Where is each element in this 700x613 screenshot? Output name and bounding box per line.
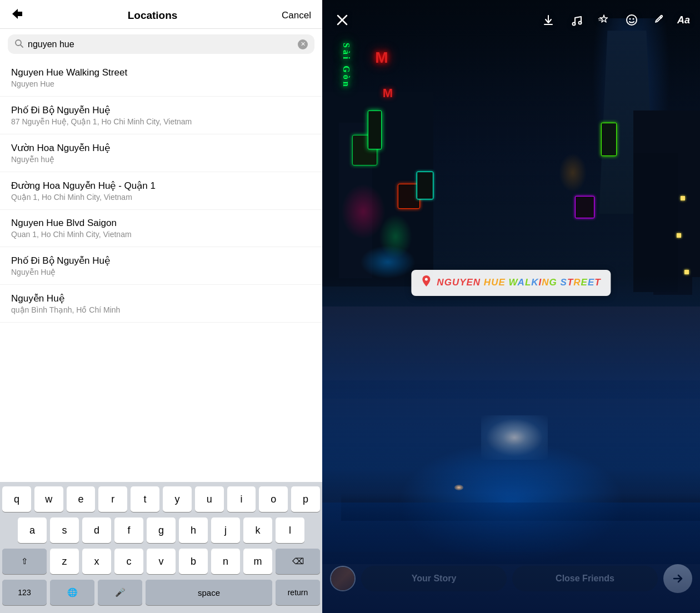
key-shift[interactable]: ⇧: [2, 549, 47, 574]
result-sub: Quan 1, Ho Chi Minh City, Vietnam: [11, 230, 311, 239]
key-m[interactable]: m: [243, 549, 272, 574]
keyboard-row-2: a s d f g h j k l: [2, 517, 320, 543]
result-name: Nguyen Hue Walking Street: [11, 67, 311, 78]
top-bar: Locations Cancel: [0, 0, 322, 29]
svg-point-6: [572, 23, 575, 26]
key-l[interactable]: l: [276, 517, 304, 543]
search-clear-button[interactable]: ✕: [298, 39, 308, 49]
keyboard-row-1: q w e r t y u i o p: [2, 486, 320, 512]
key-e[interactable]: e: [67, 486, 96, 512]
result-sub: Nguyễn Huệ: [11, 268, 311, 277]
close-button[interactable]: [332, 10, 352, 30]
key-return[interactable]: return: [276, 580, 320, 605]
result-name: Phố Đi Bộ Nguyễn Huệ: [11, 104, 311, 116]
sticker-text: NGUYEN HUE WALKING STREET: [437, 277, 601, 288]
key-r[interactable]: r: [98, 486, 127, 512]
key-microphone[interactable]: 🎤: [98, 580, 142, 605]
list-item[interactable]: Vườn Hoa Nguyễn Huệ Nguyễn huệ: [0, 134, 322, 172]
key-numbers[interactable]: 123: [2, 580, 47, 605]
key-f[interactable]: f: [114, 517, 143, 543]
story-background: Sài Gòn M M: [322, 0, 700, 613]
result-sub: Quận 1, Ho Chi Minh City, Vietnam: [11, 193, 311, 202]
key-o[interactable]: o: [259, 486, 288, 512]
list-item[interactable]: Nguyen Hue Blvd Saigon Quan 1, Ho Chi Mi…: [0, 210, 322, 247]
music-button[interactable]: [566, 10, 586, 30]
key-c[interactable]: c: [114, 549, 143, 574]
svg-point-7: [578, 22, 581, 24]
sticker-button[interactable]: [622, 10, 642, 30]
key-h[interactable]: h: [179, 517, 208, 543]
result-name: Nguyễn Huệ: [11, 293, 311, 304]
search-input-wrap[interactable]: ✕: [8, 34, 314, 54]
result-sub: 87 Nguyễn Huệ, Quận 1, Ho Chi Minh City,…: [11, 117, 311, 126]
neon-saigon-sign: Sài Gòn: [341, 43, 351, 89]
right-panel: Sài Gòn M M: [322, 0, 700, 613]
pin-icon: [421, 275, 431, 290]
key-p[interactable]: p: [291, 486, 320, 512]
svg-point-10: [632, 18, 634, 20]
svg-marker-0: [12, 9, 22, 19]
list-item[interactable]: Phố Đi Bộ Nguyễn Huệ Nguyễn Huệ: [0, 247, 322, 285]
location-sticker[interactable]: NGUYEN HUE WALKING STREET: [411, 270, 611, 296]
page-title: Locations: [23, 9, 282, 22]
result-name: Đường Hoa Nguyễn Huệ - Quận 1: [11, 180, 311, 192]
keyboard: q w e r t y u i o p a s d f g h j k l ⇧ …: [0, 482, 322, 613]
svg-point-9: [629, 18, 631, 20]
download-button[interactable]: [538, 10, 558, 30]
svg-point-8: [627, 15, 637, 25]
key-globe[interactable]: 🌐: [50, 580, 94, 605]
key-backspace[interactable]: ⌫: [276, 549, 320, 574]
key-a[interactable]: a: [18, 517, 47, 543]
svg-point-11: [425, 278, 428, 280]
result-name: Phố Đi Bộ Nguyễn Huệ: [11, 255, 311, 267]
search-input[interactable]: [28, 39, 293, 49]
key-w[interactable]: w: [34, 486, 63, 512]
list-item[interactable]: Phố Đi Bộ Nguyễn Huệ 87 Nguyễn Huệ, Quận…: [0, 97, 322, 134]
list-item[interactable]: Đường Hoa Nguyễn Huệ - Quận 1 Quận 1, Ho…: [0, 172, 322, 210]
key-j[interactable]: j: [211, 517, 240, 543]
search-bar-container: ✕: [0, 29, 322, 59]
neon-m-sign2: M: [383, 86, 393, 101]
cancel-button[interactable]: Cancel: [282, 10, 311, 21]
keyboard-row-3: ⇧ z x c v b n m ⌫: [2, 549, 320, 574]
results-list: Nguyen Hue Walking Street Nguyen Hue Phố…: [0, 59, 322, 482]
result-sub: Nguyễn huệ: [11, 155, 311, 164]
neon-m-sign: M: [375, 49, 388, 67]
key-y[interactable]: y: [163, 486, 192, 512]
key-d[interactable]: d: [82, 517, 111, 543]
key-i[interactable]: i: [227, 486, 256, 512]
key-g[interactable]: g: [147, 517, 176, 543]
key-k[interactable]: k: [243, 517, 272, 543]
key-q[interactable]: q: [2, 486, 31, 512]
navigation-icon[interactable]: [11, 8, 23, 23]
result-sub: quận Bình Thạnh, Hồ Chí Minh: [11, 305, 311, 314]
key-s[interactable]: s: [50, 517, 79, 543]
key-z[interactable]: z: [50, 549, 79, 574]
svg-line-2: [21, 45, 23, 47]
key-x[interactable]: x: [82, 549, 111, 574]
result-sub: Nguyen Hue: [11, 79, 311, 88]
key-v[interactable]: v: [147, 549, 176, 574]
left-panel: Locations Cancel ✕ Nguyen Hue Walking St…: [0, 0, 322, 613]
draw-button[interactable]: [649, 10, 669, 30]
search-icon: [14, 39, 23, 49]
key-space[interactable]: space: [146, 580, 272, 605]
list-item[interactable]: Nguyen Hue Walking Street Nguyen Hue: [0, 59, 322, 97]
story-top-controls: Aa: [322, 0, 700, 40]
list-item[interactable]: Nguyễn Huệ quận Bình Thạnh, Hồ Chí Minh: [0, 285, 322, 323]
top-right-controls: Aa: [538, 10, 690, 30]
result-name: Nguyen Hue Blvd Saigon: [11, 218, 311, 229]
result-name: Vườn Hoa Nguyễn Huệ: [11, 142, 311, 154]
key-u[interactable]: u: [195, 486, 224, 512]
text-button[interactable]: Aa: [677, 10, 690, 30]
keyboard-row-4: 123 🌐 🎤 space return: [2, 580, 320, 605]
key-b[interactable]: b: [179, 549, 208, 574]
key-n[interactable]: n: [211, 549, 240, 574]
sparkle-button[interactable]: [594, 10, 614, 30]
key-t[interactable]: t: [131, 486, 159, 512]
